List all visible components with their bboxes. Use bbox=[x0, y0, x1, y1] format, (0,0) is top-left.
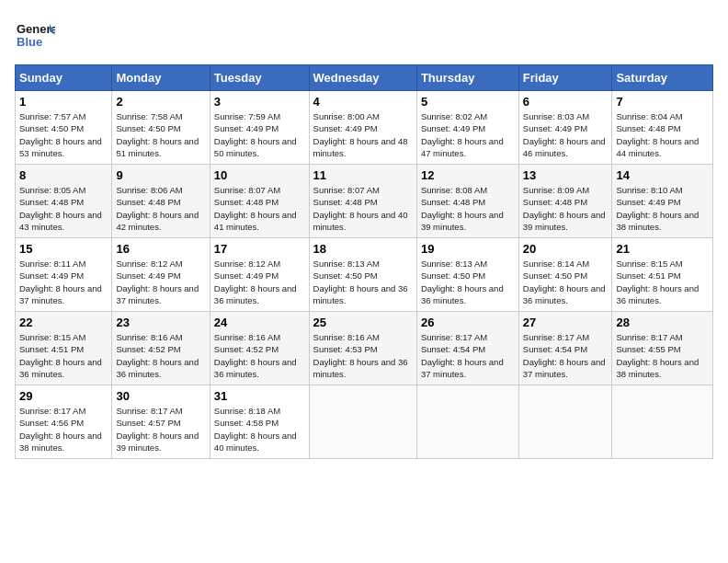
day-cell bbox=[518, 385, 612, 459]
day-info: Sunrise: 8:17 AMSunset: 4:57 PMDaylight:… bbox=[116, 405, 205, 454]
day-cell: 17 Sunrise: 8:12 AMSunset: 4:49 PMDaylig… bbox=[210, 238, 309, 312]
week-row-1: 1 Sunrise: 7:57 AMSunset: 4:50 PMDayligh… bbox=[16, 91, 713, 165]
day-info: Sunrise: 7:59 AMSunset: 4:49 PMDaylight:… bbox=[214, 110, 305, 159]
day-number: 20 bbox=[523, 242, 609, 256]
day-number: 8 bbox=[19, 168, 108, 182]
day-number: 29 bbox=[19, 389, 108, 403]
col-header-friday: Friday bbox=[518, 65, 612, 91]
day-cell: 6 Sunrise: 8:03 AMSunset: 4:49 PMDayligh… bbox=[518, 91, 612, 165]
day-number: 21 bbox=[616, 242, 709, 256]
day-info: Sunrise: 8:03 AMSunset: 4:49 PMDaylight:… bbox=[523, 110, 609, 159]
logo-icon: General Blue bbox=[15, 15, 55, 55]
day-number: 11 bbox=[313, 168, 413, 182]
day-cell: 4 Sunrise: 8:00 AMSunset: 4:49 PMDayligh… bbox=[309, 91, 416, 165]
day-cell: 25 Sunrise: 8:16 AMSunset: 4:53 PMDaylig… bbox=[309, 312, 416, 385]
day-info: Sunrise: 8:15 AMSunset: 4:51 PMDaylight:… bbox=[616, 258, 709, 306]
col-header-wednesday: Wednesday bbox=[309, 65, 416, 91]
day-info: Sunrise: 8:02 AMSunset: 4:49 PMDaylight:… bbox=[421, 110, 515, 159]
day-info: Sunrise: 8:16 AMSunset: 4:52 PMDaylight:… bbox=[214, 331, 305, 380]
day-number: 13 bbox=[523, 168, 609, 182]
day-number: 27 bbox=[523, 316, 609, 329]
day-info: Sunrise: 8:18 AMSunset: 4:58 PMDaylight:… bbox=[214, 405, 305, 454]
day-cell: 5 Sunrise: 8:02 AMSunset: 4:49 PMDayligh… bbox=[416, 91, 518, 165]
day-cell: 26 Sunrise: 8:17 AMSunset: 4:54 PMDaylig… bbox=[416, 312, 518, 385]
day-info: Sunrise: 8:16 AMSunset: 4:53 PMDaylight:… bbox=[313, 331, 413, 380]
day-info: Sunrise: 8:12 AMSunset: 4:49 PMDaylight:… bbox=[214, 258, 305, 306]
day-cell: 16 Sunrise: 8:12 AMSunset: 4:49 PMDaylig… bbox=[112, 238, 210, 312]
day-number: 25 bbox=[313, 316, 413, 329]
day-number: 4 bbox=[313, 95, 413, 109]
svg-text:General: General bbox=[17, 22, 55, 36]
day-info: Sunrise: 8:10 AMSunset: 4:49 PMDaylight:… bbox=[616, 184, 709, 233]
calendar-table: SundayMondayTuesdayWednesdayThursdayFrid… bbox=[15, 64, 713, 459]
day-cell: 3 Sunrise: 7:59 AMSunset: 4:49 PMDayligh… bbox=[210, 91, 309, 165]
day-number: 14 bbox=[616, 168, 709, 182]
col-header-thursday: Thursday bbox=[416, 65, 518, 91]
day-cell bbox=[416, 385, 518, 459]
day-cell: 20 Sunrise: 8:14 AMSunset: 4:50 PMDaylig… bbox=[518, 238, 612, 312]
day-cell: 2 Sunrise: 7:58 AMSunset: 4:50 PMDayligh… bbox=[112, 91, 210, 165]
day-cell: 18 Sunrise: 8:13 AMSunset: 4:50 PMDaylig… bbox=[309, 238, 416, 312]
day-number: 1 bbox=[19, 95, 108, 109]
day-cell: 9 Sunrise: 8:06 AMSunset: 4:48 PMDayligh… bbox=[112, 165, 210, 238]
col-header-monday: Monday bbox=[112, 65, 210, 91]
day-info: Sunrise: 8:08 AMSunset: 4:48 PMDaylight:… bbox=[421, 184, 515, 233]
col-header-saturday: Saturday bbox=[612, 65, 713, 91]
day-number: 9 bbox=[116, 168, 205, 182]
day-cell: 27 Sunrise: 8:17 AMSunset: 4:54 PMDaylig… bbox=[518, 312, 612, 385]
day-number: 6 bbox=[523, 95, 609, 109]
day-cell bbox=[309, 385, 416, 459]
day-info: Sunrise: 8:04 AMSunset: 4:48 PMDaylight:… bbox=[616, 110, 709, 159]
page-header: General Blue bbox=[15, 15, 713, 55]
day-info: Sunrise: 7:58 AMSunset: 4:50 PMDaylight:… bbox=[116, 110, 205, 159]
day-cell: 8 Sunrise: 8:05 AMSunset: 4:48 PMDayligh… bbox=[16, 165, 112, 238]
day-number: 19 bbox=[421, 242, 515, 256]
day-cell: 22 Sunrise: 8:15 AMSunset: 4:51 PMDaylig… bbox=[16, 312, 112, 385]
day-number: 31 bbox=[214, 389, 305, 403]
day-number: 15 bbox=[19, 242, 108, 256]
col-header-tuesday: Tuesday bbox=[210, 65, 309, 91]
day-cell: 7 Sunrise: 8:04 AMSunset: 4:48 PMDayligh… bbox=[612, 91, 713, 165]
day-cell: 19 Sunrise: 8:13 AMSunset: 4:50 PMDaylig… bbox=[416, 238, 518, 312]
day-number: 28 bbox=[616, 316, 709, 329]
day-info: Sunrise: 8:13 AMSunset: 4:50 PMDaylight:… bbox=[421, 258, 515, 306]
day-cell: 11 Sunrise: 8:07 AMSunset: 4:48 PMDaylig… bbox=[309, 165, 416, 238]
day-cell: 1 Sunrise: 7:57 AMSunset: 4:50 PMDayligh… bbox=[16, 91, 112, 165]
day-info: Sunrise: 8:16 AMSunset: 4:52 PMDaylight:… bbox=[116, 331, 205, 380]
day-cell: 24 Sunrise: 8:16 AMSunset: 4:52 PMDaylig… bbox=[210, 312, 309, 385]
day-number: 12 bbox=[421, 168, 515, 182]
day-cell: 15 Sunrise: 8:11 AMSunset: 4:49 PMDaylig… bbox=[16, 238, 112, 312]
day-cell: 12 Sunrise: 8:08 AMSunset: 4:48 PMDaylig… bbox=[416, 165, 518, 238]
day-info: Sunrise: 8:07 AMSunset: 4:48 PMDaylight:… bbox=[313, 184, 413, 233]
day-cell: 10 Sunrise: 8:07 AMSunset: 4:48 PMDaylig… bbox=[210, 165, 309, 238]
day-info: Sunrise: 8:11 AMSunset: 4:49 PMDaylight:… bbox=[19, 258, 108, 306]
week-row-3: 15 Sunrise: 8:11 AMSunset: 4:49 PMDaylig… bbox=[16, 238, 713, 312]
day-number: 24 bbox=[214, 316, 305, 329]
week-row-4: 22 Sunrise: 8:15 AMSunset: 4:51 PMDaylig… bbox=[16, 312, 713, 385]
day-info: Sunrise: 8:17 AMSunset: 4:55 PMDaylight:… bbox=[616, 331, 709, 380]
day-info: Sunrise: 7:57 AMSunset: 4:50 PMDaylight:… bbox=[19, 110, 108, 159]
col-header-sunday: Sunday bbox=[16, 65, 112, 91]
day-info: Sunrise: 8:05 AMSunset: 4:48 PMDaylight:… bbox=[19, 184, 108, 233]
day-info: Sunrise: 8:12 AMSunset: 4:49 PMDaylight:… bbox=[116, 258, 205, 306]
day-number: 18 bbox=[313, 242, 413, 256]
day-info: Sunrise: 8:09 AMSunset: 4:48 PMDaylight:… bbox=[523, 184, 609, 233]
day-info: Sunrise: 8:07 AMSunset: 4:48 PMDaylight:… bbox=[214, 184, 305, 233]
day-cell: 13 Sunrise: 8:09 AMSunset: 4:48 PMDaylig… bbox=[518, 165, 612, 238]
day-info: Sunrise: 8:17 AMSunset: 4:56 PMDaylight:… bbox=[19, 405, 108, 454]
day-cell: 23 Sunrise: 8:16 AMSunset: 4:52 PMDaylig… bbox=[112, 312, 210, 385]
day-number: 16 bbox=[116, 242, 205, 256]
day-number: 30 bbox=[116, 389, 205, 403]
day-cell: 30 Sunrise: 8:17 AMSunset: 4:57 PMDaylig… bbox=[112, 385, 210, 459]
day-info: Sunrise: 8:17 AMSunset: 4:54 PMDaylight:… bbox=[421, 331, 515, 380]
day-number: 23 bbox=[116, 316, 205, 329]
week-row-5: 29 Sunrise: 8:17 AMSunset: 4:56 PMDaylig… bbox=[16, 385, 713, 459]
day-info: Sunrise: 8:17 AMSunset: 4:54 PMDaylight:… bbox=[523, 331, 609, 380]
day-cell: 29 Sunrise: 8:17 AMSunset: 4:56 PMDaylig… bbox=[16, 385, 112, 459]
day-cell: 31 Sunrise: 8:18 AMSunset: 4:58 PMDaylig… bbox=[210, 385, 309, 459]
day-info: Sunrise: 8:15 AMSunset: 4:51 PMDaylight:… bbox=[19, 331, 108, 380]
logo: General Blue bbox=[15, 15, 59, 55]
day-number: 2 bbox=[116, 95, 205, 109]
day-info: Sunrise: 8:00 AMSunset: 4:49 PMDaylight:… bbox=[313, 110, 413, 159]
day-number: 17 bbox=[214, 242, 305, 256]
